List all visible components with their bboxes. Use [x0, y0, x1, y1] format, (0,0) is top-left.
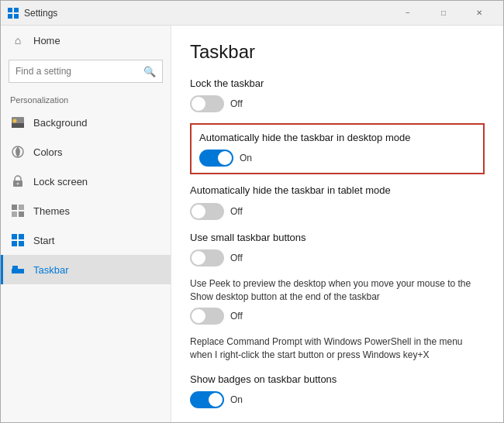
svg-point-9 [17, 183, 19, 185]
sidebar-item-start-label: Start [33, 235, 54, 246]
sidebar: ⌂ Home 🔍 Personalization Background [1, 26, 171, 422]
svg-point-6 [13, 119, 17, 123]
svg-rect-16 [12, 241, 17, 246]
sidebar-item-themes[interactable]: Themes [1, 196, 171, 225]
small-buttons-toggle-row: Off [190, 249, 485, 267]
setting-hide-tablet: Automatically hide the taskbar in tablet… [190, 184, 485, 219]
setting-hide-desktop-highlighted: Automatically hide the taskbar in deskto… [190, 123, 485, 174]
svg-rect-18 [12, 269, 24, 273]
hide-tablet-toggle-row: Off [190, 203, 485, 220]
taskbar-icon [10, 262, 26, 277]
hide-desktop-toggle[interactable] [199, 150, 233, 167]
svg-rect-1 [14, 8, 19, 12]
svg-rect-3 [14, 14, 19, 19]
search-box[interactable]: 🔍 [9, 60, 163, 83]
sidebar-item-lock-screen[interactable]: Lock screen [1, 167, 171, 196]
sidebar-item-background-label: Background [33, 117, 87, 129]
hide-desktop-toggle-row: On [199, 150, 475, 167]
small-buttons-label: Use small taskbar buttons [190, 231, 485, 245]
colors-icon [10, 144, 26, 160]
window-title: Settings [24, 8, 390, 19]
svg-rect-2 [8, 14, 12, 19]
sidebar-item-start[interactable]: Start [1, 225, 171, 255]
hide-desktop-toggle-text: On [240, 153, 252, 163]
badges-toggle-row: On [190, 391, 485, 408]
svg-rect-12 [12, 212, 17, 217]
start-icon [10, 232, 26, 248]
setting-small-buttons: Use small taskbar buttons Off [190, 231, 485, 267]
sidebar-item-background[interactable]: Background [1, 108, 171, 137]
hide-desktop-label: Automatically hide the taskbar in deskto… [199, 131, 475, 145]
minimize-button[interactable]: − [390, 1, 426, 26]
titlebar: Settings − □ ✕ [1, 1, 503, 26]
svg-rect-19 [12, 266, 18, 269]
settings-window: Settings − □ ✕ ⌂ Home 🔍 Personalization [0, 0, 504, 423]
sidebar-item-lock-screen-label: Lock screen [33, 176, 88, 187]
location-label: Taskbar location on screen [190, 419, 485, 422]
background-icon [10, 115, 26, 130]
peek-toggle-row: Off [190, 308, 485, 325]
lock-screen-icon [10, 174, 26, 189]
svg-rect-11 [19, 205, 24, 210]
lock-taskbar-toggle[interactable] [190, 95, 224, 112]
sidebar-item-taskbar-label: Taskbar [33, 264, 69, 276]
search-input[interactable] [16, 66, 143, 77]
window-controls: − □ ✕ [390, 1, 497, 26]
app-icon [7, 7, 19, 19]
maximize-button[interactable]: □ [426, 1, 461, 26]
sidebar-section-label: Personalization [1, 88, 171, 108]
sidebar-item-colors[interactable]: Colors [1, 137, 171, 167]
small-buttons-toggle[interactable] [190, 249, 224, 267]
sidebar-item-home[interactable]: ⌂ Home [1, 26, 171, 55]
svg-rect-0 [8, 8, 12, 12]
lock-taskbar-toggle-text: Off [230, 98, 243, 109]
hide-tablet-label: Automatically hide the taskbar in tablet… [190, 184, 485, 198]
svg-rect-5 [12, 123, 24, 128]
svg-rect-14 [12, 234, 17, 239]
lock-taskbar-label: Lock the taskbar [190, 77, 485, 91]
setting-lock-taskbar: Lock the taskbar Off [190, 77, 485, 112]
home-icon: ⌂ [10, 33, 26, 48]
setting-peek: Use Peek to preview the desktop when you… [190, 277, 485, 325]
svg-rect-17 [19, 241, 24, 246]
hide-tablet-toggle[interactable] [190, 203, 224, 220]
page-title: Taskbar [190, 41, 485, 63]
sidebar-item-themes-label: Themes [33, 205, 70, 217]
svg-rect-10 [12, 205, 17, 210]
svg-rect-15 [19, 234, 24, 239]
svg-rect-13 [19, 212, 24, 217]
sidebar-item-taskbar[interactable]: Taskbar [1, 255, 171, 284]
peek-label: Use Peek to preview the desktop when you… [190, 277, 485, 304]
lock-taskbar-toggle-row: Off [190, 95, 485, 112]
setting-powershell: Replace Command Prompt with Windows Powe… [190, 335, 485, 362]
small-buttons-toggle-text: Off [230, 253, 243, 263]
setting-badges: Show badges on taskbar buttons On [190, 373, 485, 408]
badges-toggle-text: On [230, 394, 243, 405]
peek-toggle[interactable] [190, 308, 224, 325]
search-icon: 🔍 [143, 66, 156, 77]
peek-toggle-text: Off [230, 311, 243, 322]
themes-icon [10, 203, 26, 218]
sidebar-item-colors-label: Colors [33, 146, 63, 158]
powershell-label: Replace Command Prompt with Windows Powe… [190, 335, 485, 362]
badges-label: Show badges on taskbar buttons [190, 373, 485, 387]
main-content: Taskbar Lock the taskbar Off Automatical… [171, 26, 503, 422]
sidebar-item-home-label: Home [33, 35, 60, 46]
window-content: ⌂ Home 🔍 Personalization Background [1, 26, 503, 422]
hide-tablet-toggle-text: Off [230, 206, 243, 217]
badges-toggle[interactable] [190, 391, 224, 408]
setting-location: Taskbar location on screen Bottom ▾ [190, 419, 485, 422]
close-button[interactable]: ✕ [461, 1, 497, 26]
